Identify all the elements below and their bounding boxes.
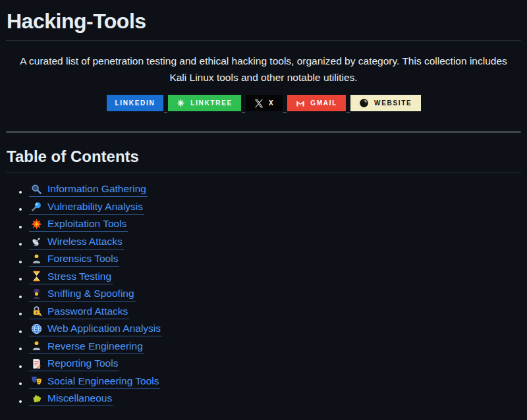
badge-separator bbox=[283, 112, 287, 113]
badge-separator bbox=[347, 112, 350, 113]
toc-link-reverse-engineering[interactable]: Reverse Engineering bbox=[29, 340, 144, 354]
linkedin-badge[interactable]: LINKEDIN bbox=[107, 95, 164, 111]
person-laptop-icon bbox=[31, 340, 42, 352]
toc-link-reporting-tools[interactable]: Reporting Tools bbox=[29, 357, 119, 371]
badge-row: LINKEDIN LINKTREE X GMAIL bbox=[6, 95, 521, 111]
divider bbox=[6, 131, 521, 133]
toc-link-sniffing-spoofing[interactable]: Sniffing & Spoofing bbox=[29, 288, 136, 302]
toc-link-social-engineering-tools[interactable]: Social Engineering Tools bbox=[29, 375, 160, 389]
toc-label: Reverse Engineering bbox=[47, 340, 143, 352]
toc-link-stress-testing[interactable]: Stress Testing bbox=[29, 271, 113, 284]
gmail-icon bbox=[296, 99, 305, 108]
table-of-contents: Information Gathering Vulnerability Anal… bbox=[6, 183, 521, 406]
readme-page: Hacking-Tools A curated list of penetrat… bbox=[0, 9, 527, 406]
toc-item: Password Attacks bbox=[29, 305, 521, 319]
toc-item: Stress Testing bbox=[29, 271, 521, 284]
page-title: Hacking-Tools bbox=[6, 9, 521, 41]
linktree-icon bbox=[177, 99, 185, 107]
toc-link-password-attacks[interactable]: Password Attacks bbox=[29, 305, 129, 319]
masks-icon bbox=[31, 375, 42, 386]
lock-key-icon bbox=[31, 305, 42, 317]
website-badge-label: WEBSITE bbox=[374, 99, 412, 107]
x-logo-icon bbox=[254, 99, 264, 108]
magnifier-left-icon bbox=[31, 184, 42, 195]
toc-label: Stress Testing bbox=[47, 271, 111, 282]
magnifier-right-icon bbox=[31, 201, 42, 212]
hourglass-icon bbox=[31, 271, 42, 282]
toc-label: Password Attacks bbox=[47, 305, 128, 317]
toc-label: Reporting Tools bbox=[47, 357, 118, 369]
person-laptop-icon bbox=[31, 253, 42, 265]
gmail-badge-label: GMAIL bbox=[310, 99, 337, 107]
toc-label: Miscellaneous bbox=[47, 392, 112, 404]
website-icon bbox=[359, 98, 369, 108]
toc-link-vulnerability-analysis[interactable]: Vulnerability Analysis bbox=[29, 201, 144, 215]
toc-link-web-application-analysis[interactable]: Web Application Analysis bbox=[29, 323, 162, 336]
toc-label: Sniffing & Spoofing bbox=[47, 288, 134, 300]
toc-item: Social Engineering Tools bbox=[29, 375, 521, 388]
description: A curated list of penetration testing an… bbox=[12, 53, 515, 86]
toc-item: Information Gathering bbox=[29, 183, 521, 196]
toc-item: Reverse Engineering bbox=[29, 340, 521, 354]
toc-item: Vulnerability Analysis bbox=[29, 201, 521, 214]
toc-label: Exploitation Tools bbox=[47, 218, 126, 230]
toc-link-information-gathering[interactable]: Information Gathering bbox=[29, 183, 148, 197]
gmail-badge[interactable]: GMAIL bbox=[287, 95, 346, 111]
toc-item: Exploitation Tools bbox=[29, 218, 521, 231]
satellite-dish-icon bbox=[31, 236, 42, 247]
toc-item: Web Application Analysis bbox=[29, 323, 521, 336]
memo-icon bbox=[31, 358, 42, 369]
puzzle-icon bbox=[31, 393, 42, 404]
linktree-badge-label: LINKTREE bbox=[190, 99, 233, 107]
toc-item: Reporting Tools bbox=[29, 357, 521, 371]
toc-label: Wireless Attacks bbox=[47, 236, 123, 248]
toc-link-miscellaneous[interactable]: Miscellaneous bbox=[29, 392, 113, 406]
badge-separator bbox=[164, 112, 167, 113]
toc-label: Forensics Tools bbox=[47, 253, 118, 265]
x-badge[interactable]: X bbox=[246, 95, 283, 111]
toc-link-forensics-tools[interactable]: Forensics Tools bbox=[29, 253, 119, 267]
toc-label: Information Gathering bbox=[47, 183, 146, 195]
explosion-icon bbox=[31, 219, 42, 230]
detective-icon bbox=[31, 288, 42, 300]
linkedin-badge-label: LINKEDIN bbox=[115, 99, 155, 107]
linktree-badge[interactable]: LINKTREE bbox=[168, 95, 241, 111]
toc-link-exploitation-tools[interactable]: Exploitation Tools bbox=[29, 218, 128, 232]
toc-link-wireless-attacks[interactable]: Wireless Attacks bbox=[29, 236, 124, 249]
toc-label: Social Engineering Tools bbox=[47, 375, 159, 387]
toc-item: Miscellaneous bbox=[29, 392, 521, 406]
toc-item: Wireless Attacks bbox=[29, 236, 521, 249]
toc-label: Vulnerability Analysis bbox=[47, 201, 143, 213]
toc-heading: Table of Contents bbox=[6, 147, 521, 173]
badge-separator bbox=[242, 112, 245, 113]
x-badge-label: X bbox=[269, 99, 274, 107]
toc-item: Forensics Tools bbox=[29, 253, 521, 266]
globe-icon bbox=[31, 323, 42, 334]
website-badge[interactable]: WEBSITE bbox=[350, 95, 420, 111]
toc-item: Sniffing & Spoofing bbox=[29, 288, 521, 301]
toc-label: Web Application Analysis bbox=[47, 323, 161, 334]
